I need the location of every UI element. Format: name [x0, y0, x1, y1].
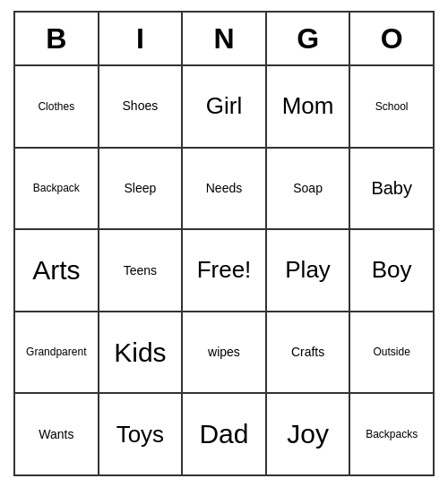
cell-text: Girl: [206, 92, 242, 120]
bingo-row-1: BackpackSleepNeedsSoapBaby: [15, 149, 433, 231]
bingo-cell-0-4: School: [350, 66, 433, 147]
cell-text: School: [375, 100, 409, 113]
bingo-cell-0-2: Girl: [183, 66, 267, 147]
bingo-cell-2-2: Free!: [183, 230, 267, 311]
bingo-cell-2-4: Boy: [350, 230, 433, 311]
bingo-cell-4-4: Backpacks: [350, 394, 433, 474]
bingo-body: ClothesShoesGirlMomSchoolBackpackSleepNe…: [15, 66, 433, 474]
cell-text: wipes: [208, 345, 240, 360]
cell-text: Clothes: [38, 100, 74, 113]
bingo-cell-4-2: Dad: [183, 394, 267, 474]
cell-text: Play: [285, 256, 331, 284]
bingo-cell-1-0: Backpack: [15, 149, 99, 229]
bingo-cell-0-3: Mom: [267, 66, 351, 147]
bingo-cell-2-1: Teens: [99, 230, 184, 311]
bingo-cell-3-2: wipes: [183, 312, 267, 393]
cell-text: Boy: [372, 256, 412, 284]
bingo-cell-4-3: Joy: [267, 394, 351, 474]
cell-text: Crafts: [291, 345, 324, 360]
bingo-row-4: WantsToysDadJoyBackpacks: [15, 394, 433, 474]
bingo-cell-3-1: Kids: [99, 312, 184, 393]
cell-text: Wants: [39, 427, 73, 442]
cell-text: Arts: [32, 254, 80, 286]
cell-text: Toys: [116, 421, 164, 449]
cell-text: Sleep: [124, 181, 156, 196]
bingo-cell-0-0: Clothes: [15, 66, 99, 147]
bingo-cell-1-4: Baby: [350, 149, 433, 229]
bingo-cell-1-1: Sleep: [99, 149, 184, 229]
cell-text: Joy: [287, 418, 329, 450]
bingo-cell-2-0: Arts: [15, 230, 99, 311]
bingo-cell-3-0: Grandparent: [15, 312, 99, 393]
bingo-cell-1-3: Soap: [267, 149, 351, 229]
cell-text: Teens: [124, 263, 157, 278]
cell-text: Kids: [114, 337, 166, 369]
header-letter: G: [267, 13, 351, 64]
bingo-cell-0-1: Shoes: [99, 66, 184, 147]
bingo-card: BINGO ClothesShoesGirlMomSchoolBackpackS…: [13, 11, 435, 476]
bingo-header: BINGO: [15, 13, 433, 66]
cell-text: Soap: [293, 181, 323, 196]
cell-text: Free!: [197, 256, 252, 284]
bingo-cell-3-4: Outside: [350, 312, 433, 393]
bingo-cell-4-1: Toys: [99, 394, 184, 474]
bingo-row-3: GrandparentKidswipesCraftsOutside: [15, 312, 433, 395]
header-letter: N: [183, 13, 267, 64]
cell-text: Mom: [282, 92, 334, 120]
header-letter: I: [99, 13, 184, 64]
bingo-cell-1-2: Needs: [183, 149, 267, 229]
cell-text: Grandparent: [26, 346, 86, 358]
cell-text: Needs: [206, 181, 242, 196]
bingo-row-2: ArtsTeensFree!PlayBoy: [15, 230, 433, 312]
cell-text: Baby: [371, 177, 412, 199]
cell-text: Dad: [199, 418, 248, 450]
cell-text: Shoes: [123, 98, 159, 114]
cell-text: Backpack: [33, 182, 80, 194]
bingo-cell-3-3: Crafts: [267, 312, 351, 393]
bingo-cell-2-3: Play: [267, 230, 351, 311]
cell-text: Outside: [373, 346, 409, 358]
header-letter: O: [350, 13, 433, 64]
header-letter: B: [15, 13, 99, 64]
bingo-row-0: ClothesShoesGirlMomSchool: [15, 66, 433, 149]
bingo-cell-4-0: Wants: [15, 394, 99, 474]
cell-text: Backpacks: [366, 428, 418, 440]
